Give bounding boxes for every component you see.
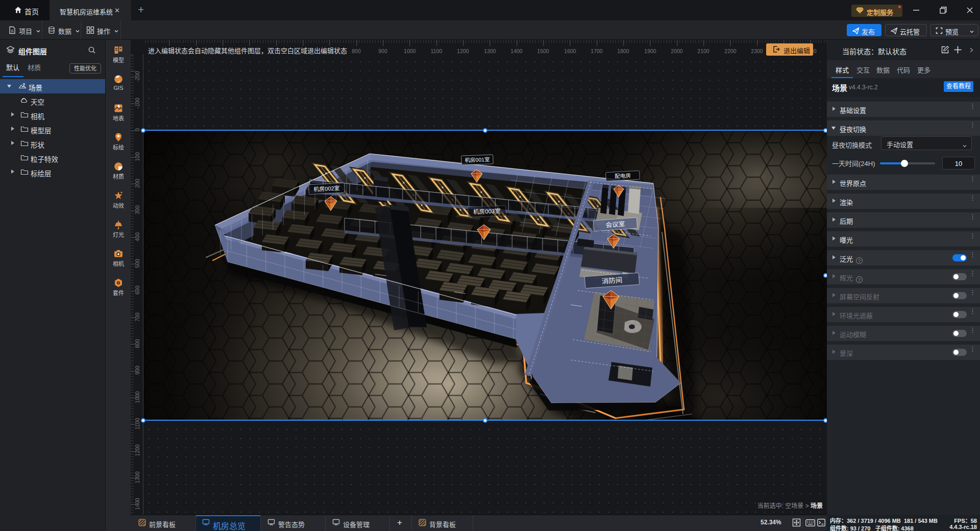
svg-text:会议室: 会议室 xyxy=(605,220,625,229)
svg-text:机房001室: 机房001室 xyxy=(464,156,489,163)
svg-text:消防间: 消防间 xyxy=(601,276,622,285)
svg-text:配电房: 配电房 xyxy=(615,172,631,179)
svg-text:机房003室: 机房003室 xyxy=(473,207,501,215)
svg-text:机房002室: 机房002室 xyxy=(313,184,340,192)
